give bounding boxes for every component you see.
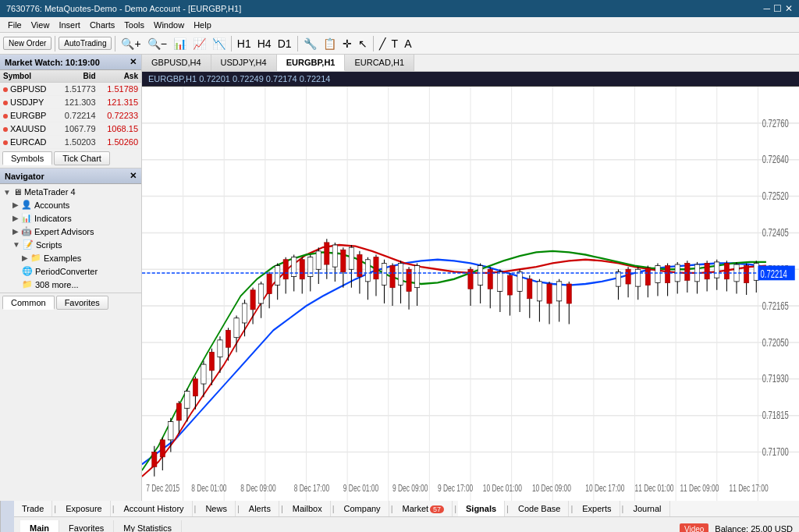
svg-rect-83	[341, 250, 346, 271]
template-icon[interactable]: 📋	[321, 36, 339, 51]
nav-more[interactable]: 📁 308 more...	[0, 278, 141, 291]
line-chart-icon[interactable]: 📈	[190, 36, 208, 51]
zoom-out-icon[interactable]: 🔍−	[145, 36, 169, 51]
tick-chart-tab[interactable]: Tick Chart	[54, 151, 110, 165]
svg-text:0.72214: 0.72214	[761, 268, 787, 280]
maximize-button[interactable]: ☐	[773, 3, 782, 14]
tab-alerts[interactable]: Alerts	[241, 501, 279, 516]
window-controls[interactable]: ─ ☐ ✕	[763, 3, 793, 14]
tab-exposure[interactable]: Exposure	[58, 501, 110, 516]
tab-account-history[interactable]: Account History	[116, 501, 193, 516]
menu-item-window[interactable]: Window	[149, 19, 189, 31]
menu-item-file[interactable]: File	[3, 19, 27, 31]
expand-icon: ▶	[12, 227, 19, 236]
market-watch-close-icon[interactable]: ✕	[130, 57, 137, 67]
svg-rect-85	[349, 247, 353, 269]
nav-scripts[interactable]: ▼ 📝 Scripts	[0, 238, 141, 251]
svg-rect-37	[152, 452, 157, 467]
market-watch-row[interactable]: EURGBP 0.72214 0.72233	[0, 109, 141, 122]
period-h4-icon[interactable]: H4	[255, 36, 274, 51]
chart-tab-gbpusd[interactable]: GBPUSD,H4	[142, 55, 211, 71]
bid-cell: 0.72214	[56, 109, 98, 122]
signals-tab-my-statistics[interactable]: My Statistics	[114, 520, 182, 532]
market-watch-tabs: Symbols Tick Chart	[0, 149, 141, 168]
menu-item-insert[interactable]: Insert	[54, 19, 85, 31]
period-icon[interactable]: H1	[235, 36, 254, 51]
expand-icon: ▶	[22, 254, 28, 262]
crosshair-icon[interactable]: ✛	[340, 36, 354, 51]
svg-text:8 Dec 01:00: 8 Dec 01:00	[191, 482, 226, 493]
chart-tab-eurgbp[interactable]: EURGBP,H1	[277, 55, 346, 71]
chart-tab-usdjpy[interactable]: USDJPY,H4	[211, 55, 277, 71]
nav-examples[interactable]: ▶ 📁 Examples	[0, 251, 141, 264]
svg-rect-41	[169, 421, 173, 439]
market-watch-row[interactable]: EURCAD 1.50203 1.50260	[0, 136, 141, 149]
indicator-icon[interactable]: 🔧	[301, 36, 319, 51]
market-watch-row[interactable]: USDJPY 121.303 121.315	[0, 96, 141, 109]
nav-accounts[interactable]: ▶ 👤 Accounts	[0, 198, 141, 211]
text-tool-icon[interactable]: T	[389, 36, 401, 51]
market-watch-title: Market Watch: 10:19:00	[5, 58, 100, 67]
nav-more-label: 308 more...	[35, 280, 79, 289]
tab-mailbox[interactable]: Mailbox	[285, 501, 331, 516]
chart-canvas[interactable]: 0.72760 0.72640 0.72520 0.72405 0.72285 …	[142, 87, 799, 501]
menu-item-charts[interactable]: Charts	[85, 19, 119, 31]
minimize-button[interactable]: ─	[763, 3, 770, 14]
tab-trade[interactable]: Trade	[14, 501, 52, 516]
svg-text:7 Dec 2015: 7 Dec 2015	[146, 482, 179, 493]
svg-rect-105	[478, 266, 482, 286]
bid-cell: 1.51773	[56, 83, 98, 96]
signals-main-tabs: Main Favorites My Statistics	[20, 520, 182, 532]
nav-indicators[interactable]: ▶ 📊 Indicators	[0, 211, 141, 225]
signals-tab-main[interactable]: Main	[20, 520, 59, 532]
menu-item-help[interactable]: Help	[189, 19, 216, 31]
svg-rect-89	[365, 260, 370, 282]
auto-trading-button[interactable]: AutoTrading	[59, 37, 112, 50]
window-title: 7630776: MetaQuotes-Demo - Demo Account …	[6, 4, 241, 13]
tab-separator: |	[331, 504, 336, 513]
tab-signals[interactable]: Signals	[458, 501, 505, 516]
menu-item-tools[interactable]: Tools	[119, 19, 149, 31]
tab-codebase[interactable]: Code Base	[510, 501, 569, 516]
tab-journal[interactable]: Journal	[625, 501, 669, 516]
title-bar: 7630776: MetaQuotes-Demo - Demo Account …	[0, 0, 799, 17]
svg-rect-125	[616, 271, 620, 286]
chart-tab-eurcad[interactable]: EURCAD,H1	[345, 55, 414, 71]
bid-cell: 1.50203	[56, 136, 98, 149]
market-watch-row[interactable]: XAUUSD 1067.79 1068.15	[0, 122, 141, 136]
left-panel: Market Watch: 10:19:00 ✕ Symbol Bid Ask …	[0, 55, 142, 501]
nav-expert-advisors[interactable]: ▶ 🤖 Expert Advisors	[0, 225, 141, 238]
period-d1-icon[interactable]: D1	[275, 36, 294, 51]
bar-icon[interactable]: 📉	[210, 36, 228, 51]
market-watch-row[interactable]: GBPUSD 1.51773 1.51789	[0, 83, 141, 96]
signals-tab-favorites[interactable]: Favorites	[59, 520, 114, 532]
label-tool-icon[interactable]: A	[402, 36, 414, 51]
terminal-label[interactable]: Terminal	[0, 501, 14, 532]
tab-experts[interactable]: Experts	[574, 501, 620, 516]
common-tab[interactable]: Common	[2, 296, 55, 310]
zoom-in-icon[interactable]: 🔍+	[119, 36, 143, 51]
signals-header: Main Favorites My Statistics Video Balan…	[14, 517, 799, 532]
favorites-tab[interactable]: Favorites	[56, 296, 108, 310]
svg-rect-131	[645, 268, 650, 286]
navigator-close-icon[interactable]: ✕	[130, 171, 137, 181]
tab-news[interactable]: News	[197, 501, 236, 516]
svg-rect-59	[242, 303, 247, 323]
svg-rect-111	[507, 275, 512, 295]
symbols-tab[interactable]: Symbols	[2, 151, 52, 165]
tab-market[interactable]: Market57	[394, 501, 453, 516]
line-tool-icon[interactable]: ╱	[377, 36, 388, 51]
market-badge: 57	[430, 505, 444, 513]
tab-company[interactable]: Company	[336, 501, 389, 516]
video-button[interactable]: Video	[680, 523, 708, 533]
menu-item-view[interactable]: View	[27, 19, 55, 31]
chart-icon[interactable]: 📊	[171, 36, 189, 51]
pointer-icon[interactable]: ↖	[356, 36, 370, 51]
nav-period-converter[interactable]: 🌐 PeriodConverter	[0, 264, 141, 278]
tab-separator: |	[193, 504, 198, 513]
close-button[interactable]: ✕	[785, 3, 793, 14]
nav-metatrader4[interactable]: ▼ 🖥 MetaTrader 4	[0, 186, 141, 198]
nav-scripts-label: Scripts	[36, 240, 62, 250]
svg-rect-75	[308, 257, 313, 277]
new-order-button[interactable]: New Order	[3, 37, 51, 50]
